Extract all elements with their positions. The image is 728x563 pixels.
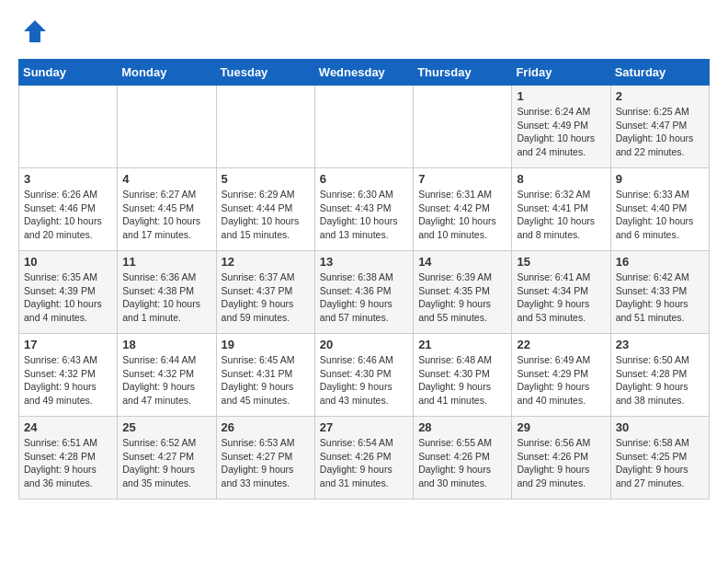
calendar-week-2: 10Sunrise: 6:35 AM Sunset: 4:39 PM Dayli… — [19, 251, 710, 334]
day-detail: Sunrise: 6:51 AM Sunset: 4:28 PM Dayligh… — [24, 436, 112, 490]
calendar-cell — [314, 86, 413, 168]
day-detail: Sunrise: 6:49 AM Sunset: 4:29 PM Dayligh… — [517, 353, 605, 408]
weekday-header-friday: Friday — [512, 60, 610, 86]
day-number: 14 — [418, 255, 506, 269]
day-detail: Sunrise: 6:30 AM Sunset: 4:43 PM Dayligh… — [320, 188, 408, 242]
day-number: 11 — [122, 255, 210, 269]
calendar-cell: 3Sunrise: 6:26 AM Sunset: 4:46 PM Daylig… — [19, 168, 118, 251]
svg-marker-0 — [24, 20, 46, 42]
day-number: 25 — [122, 420, 210, 434]
calendar-week-0: 1Sunrise: 6:24 AM Sunset: 4:49 PM Daylig… — [19, 86, 710, 168]
calendar-cell: 21Sunrise: 6:48 AM Sunset: 4:30 PM Dayli… — [414, 334, 512, 417]
weekday-header-saturday: Saturday — [610, 60, 709, 86]
day-detail: Sunrise: 6:54 AM Sunset: 4:26 PM Dayligh… — [320, 436, 408, 490]
day-detail: Sunrise: 6:45 AM Sunset: 4:31 PM Dayligh… — [222, 353, 310, 408]
calendar-cell: 15Sunrise: 6:41 AM Sunset: 4:34 PM Dayli… — [512, 251, 610, 334]
day-detail: Sunrise: 6:33 AM Sunset: 4:40 PM Dayligh… — [616, 188, 704, 242]
day-number: 26 — [222, 420, 310, 434]
logo-icon — [22, 18, 48, 44]
calendar-cell — [414, 86, 512, 168]
day-number: 3 — [24, 172, 112, 186]
day-detail: Sunrise: 6:46 AM Sunset: 4:30 PM Dayligh… — [320, 353, 408, 408]
calendar-cell: 29Sunrise: 6:56 AM Sunset: 4:26 PM Dayli… — [512, 417, 610, 500]
day-number: 29 — [517, 420, 605, 434]
calendar-cell: 12Sunrise: 6:37 AM Sunset: 4:37 PM Dayli… — [216, 251, 314, 334]
calendar-cell: 8Sunrise: 6:32 AM Sunset: 4:41 PM Daylig… — [512, 168, 610, 251]
day-detail: Sunrise: 6:38 AM Sunset: 4:36 PM Dayligh… — [320, 270, 408, 325]
calendar-cell: 30Sunrise: 6:58 AM Sunset: 4:25 PM Dayli… — [610, 417, 709, 500]
calendar-week-3: 17Sunrise: 6:43 AM Sunset: 4:32 PM Dayli… — [19, 334, 710, 417]
calendar-cell: 7Sunrise: 6:31 AM Sunset: 4:42 PM Daylig… — [414, 168, 512, 251]
day-number: 13 — [320, 255, 408, 269]
calendar-cell: 11Sunrise: 6:36 AM Sunset: 4:38 PM Dayli… — [118, 251, 216, 334]
day-number: 23 — [616, 338, 704, 351]
day-detail: Sunrise: 6:41 AM Sunset: 4:34 PM Dayligh… — [517, 270, 605, 325]
calendar-cell — [216, 86, 314, 168]
day-number: 27 — [320, 420, 408, 434]
calendar-week-1: 3Sunrise: 6:26 AM Sunset: 4:46 PM Daylig… — [19, 168, 710, 251]
calendar-cell: 13Sunrise: 6:38 AM Sunset: 4:36 PM Dayli… — [314, 251, 413, 334]
day-detail: Sunrise: 6:35 AM Sunset: 4:39 PM Dayligh… — [24, 270, 112, 325]
day-detail: Sunrise: 6:25 AM Sunset: 4:47 PM Dayligh… — [616, 105, 704, 159]
calendar-cell: 9Sunrise: 6:33 AM Sunset: 4:40 PM Daylig… — [610, 168, 709, 251]
calendar-cell — [19, 86, 118, 168]
weekday-header-tuesday: Tuesday — [216, 60, 314, 86]
day-number: 21 — [418, 338, 506, 351]
day-number: 15 — [517, 255, 605, 269]
calendar-cell: 6Sunrise: 6:30 AM Sunset: 4:43 PM Daylig… — [314, 168, 413, 251]
calendar-week-4: 24Sunrise: 6:51 AM Sunset: 4:28 PM Dayli… — [19, 417, 710, 500]
day-number: 17 — [24, 338, 112, 351]
day-number: 24 — [24, 420, 112, 434]
day-detail: Sunrise: 6:29 AM Sunset: 4:44 PM Dayligh… — [222, 188, 310, 242]
day-detail: Sunrise: 6:32 AM Sunset: 4:41 PM Dayligh… — [517, 188, 605, 242]
day-detail: Sunrise: 6:43 AM Sunset: 4:32 PM Dayligh… — [24, 353, 112, 408]
weekday-header-monday: Monday — [118, 60, 216, 86]
day-detail: Sunrise: 6:52 AM Sunset: 4:27 PM Dayligh… — [122, 436, 210, 490]
day-detail: Sunrise: 6:48 AM Sunset: 4:30 PM Dayligh… — [418, 353, 506, 408]
day-number: 20 — [320, 338, 408, 351]
day-number: 9 — [616, 172, 704, 186]
day-number: 8 — [517, 172, 605, 186]
calendar-cell — [118, 86, 216, 168]
calendar-header: SundayMondayTuesdayWednesdayThursdayFrid… — [19, 60, 710, 86]
calendar-cell: 25Sunrise: 6:52 AM Sunset: 4:27 PM Dayli… — [118, 417, 216, 500]
calendar-cell: 19Sunrise: 6:45 AM Sunset: 4:31 PM Dayli… — [216, 334, 314, 417]
day-number: 2 — [616, 89, 704, 103]
calendar-cell: 4Sunrise: 6:27 AM Sunset: 4:45 PM Daylig… — [118, 168, 216, 251]
day-detail: Sunrise: 6:44 AM Sunset: 4:32 PM Dayligh… — [122, 353, 210, 408]
page-header — [18, 18, 710, 44]
day-number: 4 — [122, 172, 210, 186]
calendar-cell: 26Sunrise: 6:53 AM Sunset: 4:27 PM Dayli… — [216, 417, 314, 500]
day-number: 1 — [517, 89, 605, 103]
calendar-cell: 16Sunrise: 6:42 AM Sunset: 4:33 PM Dayli… — [610, 251, 709, 334]
calendar-cell: 24Sunrise: 6:51 AM Sunset: 4:28 PM Dayli… — [19, 417, 118, 500]
calendar-table: SundayMondayTuesdayWednesdayThursdayFrid… — [18, 59, 710, 500]
day-number: 6 — [320, 172, 408, 186]
weekday-header-thursday: Thursday — [414, 60, 512, 86]
day-number: 30 — [616, 420, 704, 434]
weekday-header-sunday: Sunday — [19, 60, 118, 86]
day-detail: Sunrise: 6:24 AM Sunset: 4:49 PM Dayligh… — [517, 105, 605, 159]
day-number: 22 — [517, 338, 605, 351]
day-detail: Sunrise: 6:37 AM Sunset: 4:37 PM Dayligh… — [222, 270, 310, 325]
calendar-cell: 20Sunrise: 6:46 AM Sunset: 4:30 PM Dayli… — [314, 334, 413, 417]
calendar-cell: 5Sunrise: 6:29 AM Sunset: 4:44 PM Daylig… — [216, 168, 314, 251]
calendar-cell: 18Sunrise: 6:44 AM Sunset: 4:32 PM Dayli… — [118, 334, 216, 417]
day-detail: Sunrise: 6:36 AM Sunset: 4:38 PM Dayligh… — [122, 270, 210, 325]
calendar-cell: 27Sunrise: 6:54 AM Sunset: 4:26 PM Dayli… — [314, 417, 413, 500]
day-detail: Sunrise: 6:56 AM Sunset: 4:26 PM Dayligh… — [517, 436, 605, 490]
calendar-cell: 10Sunrise: 6:35 AM Sunset: 4:39 PM Dayli… — [19, 251, 118, 334]
calendar-cell: 22Sunrise: 6:49 AM Sunset: 4:29 PM Dayli… — [512, 334, 610, 417]
day-number: 28 — [418, 420, 506, 434]
day-detail: Sunrise: 6:53 AM Sunset: 4:27 PM Dayligh… — [222, 436, 310, 490]
day-number: 5 — [222, 172, 310, 186]
day-detail: Sunrise: 6:27 AM Sunset: 4:45 PM Dayligh… — [122, 188, 210, 242]
weekday-header-wednesday: Wednesday — [314, 60, 413, 86]
day-number: 7 — [418, 172, 506, 186]
day-number: 18 — [122, 338, 210, 351]
calendar-cell: 14Sunrise: 6:39 AM Sunset: 4:35 PM Dayli… — [414, 251, 512, 334]
day-detail: Sunrise: 6:31 AM Sunset: 4:42 PM Dayligh… — [418, 188, 506, 242]
calendar-cell: 2Sunrise: 6:25 AM Sunset: 4:47 PM Daylig… — [610, 86, 709, 168]
logo — [18, 18, 48, 44]
day-detail: Sunrise: 6:55 AM Sunset: 4:26 PM Dayligh… — [418, 436, 506, 490]
